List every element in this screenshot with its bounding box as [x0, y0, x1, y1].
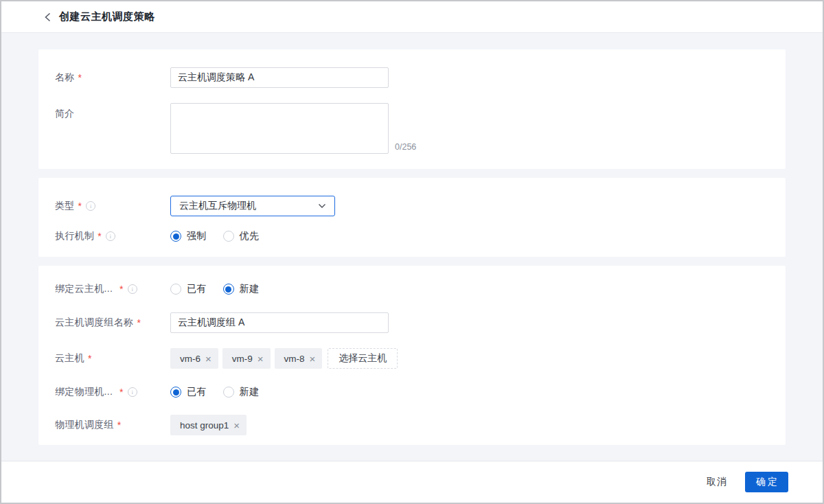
bind-host-group-label: 绑定物理机...*i [55, 386, 170, 398]
type-select-value: 云主机互斥物理机 [179, 200, 256, 212]
bind-vm-radio-group: 已有 新建 [170, 283, 275, 295]
radio-option-existing[interactable]: 已有 [170, 386, 207, 398]
vm-group-name-input[interactable] [170, 312, 389, 333]
bind-host-radio-group: 已有 新建 [170, 386, 275, 398]
cancel-button[interactable]: 取消 [707, 476, 727, 488]
radio-unselected-icon [170, 284, 181, 295]
host-group-tag-list: host group1 × [170, 415, 251, 435]
close-icon[interactable]: × [258, 354, 264, 364]
info-icon[interactable]: i [128, 387, 137, 397]
close-icon[interactable]: × [310, 354, 316, 364]
bind-vm-group-row: 绑定云主机...*i 已有 新建 [38, 283, 786, 295]
required-marker: * [137, 317, 141, 328]
radio-selected-icon [170, 231, 181, 242]
name-input[interactable] [170, 67, 389, 88]
required-marker: * [119, 387, 124, 398]
close-icon[interactable]: × [233, 420, 240, 431]
type-row: 类型*i 云主机互斥物理机 [38, 196, 786, 216]
chevron-left-icon [44, 12, 52, 22]
type-label: 类型*i [55, 200, 170, 212]
vm-tag: vm-9 × [222, 348, 271, 369]
vm-group-name-label: 云主机调度组名称* [55, 317, 170, 329]
back-button[interactable] [41, 11, 54, 23]
close-icon[interactable]: × [205, 354, 211, 364]
vm-tag: vm-8 × [275, 348, 323, 369]
radio-selected-icon [170, 387, 181, 398]
radio-unselected-icon [223, 231, 234, 242]
info-icon[interactable]: i [86, 201, 95, 211]
select-vm-button[interactable]: 选择云主机 [328, 348, 398, 369]
basic-info-card: 名称* 简介 0/256 [38, 49, 786, 169]
topbar: 创建云主机调度策略 [1, 1, 823, 33]
mechanism-row: 执行机制*i 强制 优先 [38, 230, 786, 242]
info-icon[interactable]: i [128, 284, 137, 294]
name-row: 名称* [38, 67, 786, 88]
binding-card: 绑定云主机...*i 已有 新建 云主机调度组名称* [38, 266, 786, 445]
radio-option-new[interactable]: 新建 [223, 283, 260, 295]
radio-option-priority[interactable]: 优先 [223, 230, 260, 242]
required-marker: * [117, 420, 122, 431]
bind-host-group-row: 绑定物理机...*i 已有 新建 [38, 386, 786, 398]
host-group-label: 物理机调度组* [55, 419, 170, 431]
host-group-tag: host group1 × [170, 415, 247, 435]
vm-tag-list: vm-6 × vm-9 × vm-8 × 选择云主机 [170, 348, 398, 369]
info-icon[interactable]: i [106, 231, 115, 241]
chevron-down-icon [318, 203, 326, 209]
required-marker: * [119, 284, 124, 295]
required-marker: * [78, 72, 82, 83]
vm-tag: vm-6 × [170, 348, 218, 369]
radio-option-force[interactable]: 强制 [170, 230, 207, 242]
create-scheduling-policy-page: 创建云主机调度策略 名称* 简介 0/256 类型*i [0, 0, 824, 504]
radio-option-existing[interactable]: 已有 [170, 283, 207, 295]
required-marker: * [98, 231, 102, 242]
required-marker: * [78, 201, 82, 211]
radio-selected-icon [223, 284, 234, 295]
radio-unselected-icon [223, 387, 234, 398]
confirm-button[interactable]: 确定 [745, 472, 788, 492]
vm-group-name-row: 云主机调度组名称* [38, 312, 786, 333]
mechanism-radio-group: 强制 优先 [170, 230, 275, 242]
page-title: 创建云主机调度策略 [59, 10, 155, 23]
type-select[interactable]: 云主机互斥物理机 [170, 196, 335, 216]
vms-row: 云主机* vm-6 × vm-9 × vm-8 × 选择云主机 [38, 348, 786, 369]
description-textarea[interactable] [170, 103, 389, 154]
description-row: 简介 0/256 [38, 103, 786, 154]
required-marker: * [88, 353, 92, 364]
bind-vm-group-label: 绑定云主机...*i [55, 283, 170, 295]
host-group-row: 物理机调度组* host group1 × [38, 415, 786, 435]
form-content: 名称* 简介 0/256 类型*i 云主机互斥物理机 [1, 33, 823, 461]
radio-option-new[interactable]: 新建 [223, 386, 260, 398]
description-label: 简介 [55, 103, 170, 120]
char-counter: 0/256 [395, 142, 416, 152]
vms-label: 云主机* [55, 352, 170, 365]
mechanism-label: 执行机制*i [55, 230, 170, 242]
name-label: 名称* [55, 71, 170, 84]
footer-action-bar: 取消 确定 [1, 461, 823, 503]
type-card: 类型*i 云主机互斥物理机 执行机制*i 强制 [38, 178, 786, 257]
